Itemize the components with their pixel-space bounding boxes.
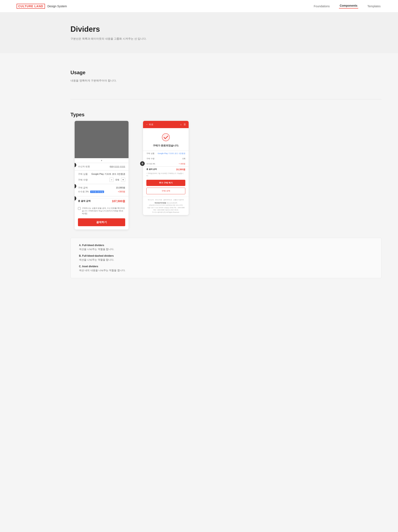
qty-value: 0개	[115, 178, 119, 181]
types-section: Types ▾ A	[70, 112, 381, 278]
chevron-down-icon: ▾	[101, 159, 102, 162]
left-mockup: ▾ A 수신자 번호 010-1111-1111	[75, 121, 128, 229]
right-fee-row: 수수료 3% + 300원	[143, 161, 189, 166]
fee-label: 수수료 3% 수수료 안내 팁	[78, 190, 104, 193]
section-divider	[70, 99, 381, 99]
product-label: 구매 상품	[78, 172, 88, 176]
header-icons: ⌂ ☰	[180, 123, 186, 126]
legend-b-desc: 섹션을 나눠주는 역할을 합니다.	[79, 258, 373, 262]
agreement-checkbox[interactable]	[78, 207, 81, 210]
right-product-label: 구매 상품	[146, 152, 154, 155]
pay-button[interactable]: 결제하기	[78, 218, 125, 226]
right-mockup-wrapper: B ← 뒤로 ⌂ ☰	[143, 121, 189, 215]
page-title: Dividers	[70, 25, 381, 34]
footer-privacy[interactable]: 개인정보처리방침	[154, 202, 166, 204]
qty-increase[interactable]: +	[121, 178, 125, 182]
right-total-label: 총 결제 금액	[146, 168, 157, 171]
nav-components[interactable]: Components	[339, 4, 358, 8]
types-title: Types	[70, 112, 381, 118]
right-fee-label: 수수료 3%	[146, 163, 155, 165]
right-qty-row: 구매 수량 1개	[143, 156, 189, 161]
fee-row: 수수료 3% 수수료 안내 팁 +300원	[78, 190, 125, 193]
legend-box: A. Full-bleed dividers 섹션을 나눠주는 역할을 합니다.…	[70, 238, 381, 278]
nav-foundations[interactable]: Foundations	[313, 5, 331, 8]
success-section: 구매가 완료되었습니다.	[143, 128, 189, 151]
right-fee-value: + 300원	[179, 163, 185, 165]
right-product-row: 구매 상품 Google Play 기프트 코드 1만원권	[143, 151, 189, 156]
right-qty-label: 구매 수량	[146, 157, 154, 160]
total-value: 107,500원	[112, 199, 125, 203]
footer-link-about[interactable]: 제사소개	[148, 199, 154, 201]
success-text: 구매가 완료되었습니다.	[146, 144, 185, 147]
legend-b-title: B. Full-bleed-dashed dividers	[79, 254, 373, 257]
qty-control[interactable]: − 0개 +	[109, 178, 125, 182]
right-mockup-header: ← 뒤로 ⌂ ☰	[143, 121, 189, 128]
full-bleed-divider-top	[75, 163, 128, 163]
footer-copyright: ©시인스컬처랜드(주) All Rights Reserved.	[146, 211, 185, 213]
receiver-value: 010-1111-1111	[110, 165, 125, 168]
home-icon[interactable]: ⌂	[180, 123, 182, 126]
footer-sep: /	[166, 202, 167, 204]
receiver-label: 수신자 번호	[78, 165, 90, 168]
footer-link-terms[interactable]: 서비스약관	[155, 199, 162, 201]
total-row: 총 결제 금액 107,500원	[78, 198, 125, 203]
hero-description: 구분선은 목록과 레이아웃의 내용을 그룹화 시켜주는 선 입니다.	[70, 37, 381, 41]
footer-links: 제사소개 서비스약관 결제계약인건 선물권 이용계약	[146, 199, 185, 201]
menu-icon[interactable]: ☰	[184, 123, 186, 126]
footer-addr: 서울 서초구 서초 220-88 서초빌딩 220호 TEL : 1644-63…	[146, 207, 185, 211]
purchase-value: 10,000원	[116, 186, 125, 189]
legend-c-title: C. Inset dividers	[79, 265, 373, 268]
legend-c-desc: 섹션 내의 내용을 나눠주는 역할을 합니다.	[79, 269, 373, 272]
right-total-value: 10,300원	[176, 168, 185, 171]
right-total-section: 총 결제 금액 10,300원	[143, 167, 189, 172]
badge-b-label: B	[140, 161, 145, 166]
legend-item-c: C. Inset dividers 섹션 내의 내용을 나눠주는 역할을 합니다…	[79, 265, 373, 272]
product-image	[75, 121, 128, 158]
footer-privacy-row: 개인정보처리방침 / 청소년보호정책	[146, 202, 185, 204]
add-purchase-button[interactable]: 추가 구매 하기	[146, 180, 185, 186]
price-section: 구매 금액 10,000원 수수료 3% 수수료 안내 팁 +300원	[75, 184, 128, 196]
purchase-row: 구매 금액 10,000원	[78, 186, 125, 189]
footer-link-payment[interactable]: 결제계약인건	[163, 199, 172, 201]
legend-a-desc: 섹션을 나눠주는 역할을 합니다.	[79, 247, 373, 251]
fee-badge: 수수료 안내 팁	[90, 190, 104, 193]
mockups-row: ▾ A 수신자 번호 010-1111-1111	[70, 121, 381, 229]
agreement-text: 구매하시는 상품과 받을 금여, 수신 번호를 확인하였습니다 구매에 동의 하…	[82, 207, 125, 215]
total-section: 총 결제 금액 107,500원	[75, 196, 128, 205]
qty-decrease[interactable]: −	[109, 178, 114, 182]
checkmark-icon	[162, 133, 170, 141]
footer-company: (주)씨제이지피아이지와이 법적정보사항 서비스지역	[146, 204, 185, 206]
purchase-label: 구매 금액	[78, 186, 88, 189]
chevron-row: ▾	[75, 158, 128, 163]
main-content: Usage 내용을 명확하게 구분해주어야 합니다. Types ▾ A	[0, 53, 398, 311]
left-mockup-wrapper: ▾ A 수신자 번호 010-1111-1111	[75, 121, 128, 229]
qty-row: 구매 수량 − 0개 +	[75, 178, 128, 184]
usage-desc: 내용을 명확하게 구분해주어야 합니다.	[70, 79, 381, 82]
usage-section: Usage 내용을 명확하게 구분해주어야 합니다.	[70, 70, 381, 82]
mockup-footer: 제사소개 서비스약관 결제계약인건 선물권 이용계약 개인정보처리방침 / 청소…	[143, 197, 189, 215]
legend-item-b: B. Full-bleed-dashed dividers 섹션을 나눠주는 역…	[79, 254, 373, 262]
agreement-row: 구매하시는 상품과 받을 금여, 수신 번호를 확인하였습니다 구매에 동의 하…	[75, 205, 128, 217]
divider-a-bottom-wrapper: A	[75, 196, 128, 196]
qty-label: 구매 수량	[78, 178, 88, 181]
logo: CULTURE LAND	[17, 4, 45, 9]
hero-section: Dividers 구분선은 목록과 레이아웃의 내용을 그룹화 시켜주는 선 입…	[0, 13, 398, 53]
usage-title: Usage	[70, 70, 381, 76]
nav-templates[interactable]: Templates	[366, 5, 381, 8]
footer-report[interactable]: 청소년보호정책	[167, 202, 177, 204]
footer-link-gift[interactable]: 선물권 이용계약	[173, 199, 184, 201]
right-product-value: Google Play 기프트 코드 1만원권	[158, 152, 185, 155]
legend-item-a: A. Full-bleed dividers 섹션을 나눠주는 역할을 합니다.	[79, 244, 373, 251]
right-mockup: ← 뒤로 ⌂ ☰ 구	[143, 121, 189, 215]
receiver-row: 수신자 번호 010-1111-1111	[75, 163, 128, 170]
fee-value: +300원	[118, 190, 125, 193]
full-bleed-divider-bottom	[75, 196, 128, 196]
legend-a-title: A. Full-bleed dividers	[79, 244, 373, 247]
right-note: * 구매일로부터 7일 이내에만 구매취소가 가능합니다.	[143, 172, 189, 178]
right-qty-value: 1개	[183, 157, 185, 160]
back-label[interactable]: ← 뒤로	[146, 123, 153, 126]
purchase-history-button[interactable]: 구매 내역	[146, 188, 185, 194]
total-label: 총 결제 금액	[78, 199, 91, 203]
header-nav: Foundations Components Templates	[313, 4, 381, 8]
divider-a-wrapper: A	[75, 163, 128, 163]
